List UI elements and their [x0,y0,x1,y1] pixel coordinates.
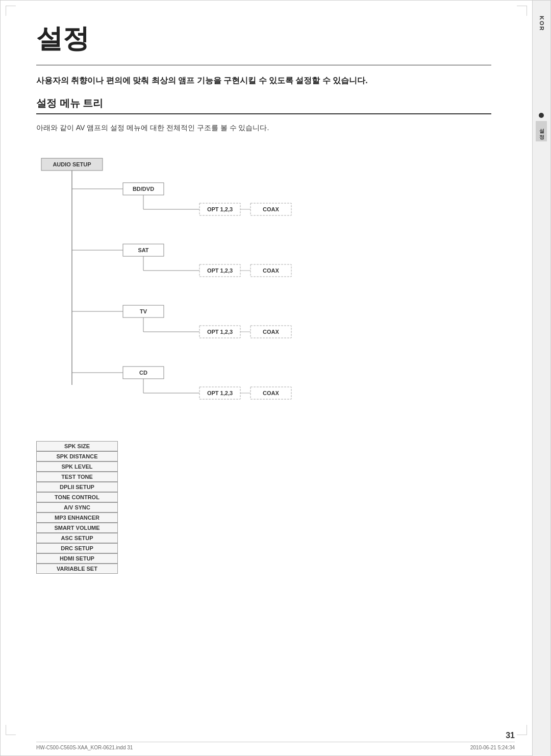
bdvd-label: BD/DVD [133,186,154,192]
description: 아래와 같이 AV 앰프의 설정 메뉴에 대한 전체적인 구조를 볼 수 있습니… [36,124,491,133]
section-heading: 설정 메뉴 트리 [36,96,491,114]
menu-item-hdmi-setup: HDMI SETUP [36,553,118,564]
audio-setup-label: AUDIO SETUP [53,161,91,167]
tree-svg: AUDIO SETUP BD/DVD OPT 1,2,3 [36,148,353,429]
menu-item-mp3-enhancer: MP3 ENHANCER [36,513,118,523]
menu-item-smart-volume: SMART VOLUME [36,523,118,533]
settings-tab: 설정 [532,113,550,141]
footer: HW-C500-C560S-XAA_KOR-0621.indd 31 2010-… [36,742,515,750]
menu-item-dplii-setup: DPLII SETUP [36,482,118,492]
page-container: KOR 설정 설정 사용자의 취향이나 편의에 맞춰 최상의 앰프 기능을 구현… [0,0,551,756]
main-content: 설정 사용자의 취향이나 편의에 맞춰 최상의 앰프 기능을 구현시킬 수 있도… [1,1,532,604]
footer-left: HW-C500-C560S-XAA_KOR-0621.indd 31 [36,745,133,750]
tv-coax-label: COAX [263,329,279,335]
sat-coax-label: COAX [263,267,279,274]
settings-vertical-label: 설정 [536,121,547,141]
menu-item-spk-level: SPK LEVEL [36,461,118,472]
cd-opt-label: OPT 1,2,3 [207,390,233,396]
page-subtitle: 사용자의 취향이나 편의에 맞춰 최상의 앰프 기능을 구현시킬 수 있도록 설… [36,76,491,86]
corner-tr [517,6,527,16]
cd-coax-label: COAX [263,390,279,396]
tv-opt-label: OPT 1,2,3 [207,329,233,335]
page-title: 설정 [36,21,491,65]
menu-item-asc-setup: ASC SETUP [36,533,118,543]
bdvd-opt-label: OPT 1,2,3 [207,206,233,212]
corner-bl [6,725,16,735]
settings-dot [539,113,544,118]
corner-tl [6,6,16,16]
menu-item-a/v-sync: A/V SYNC [36,502,118,513]
menu-item-drc-setup: DRC SETUP [36,543,118,553]
corner-br [517,725,527,735]
language-label: KOR [539,16,545,31]
cd-label: CD [139,370,147,376]
page-number: 31 [506,731,515,740]
menu-tree-diagram: AUDIO SETUP BD/DVD OPT 1,2,3 [36,148,491,431]
menu-item-tone-control: TONE CONTROL [36,492,118,502]
footer-right: 2010-06-21 5:24:34 [470,745,515,750]
bottom-menu: SPK SIZESPK DISTANCESPK LEVELTEST TONEDP… [36,441,491,574]
menu-item-variable-set: VARIABLE SET [36,564,118,574]
menu-item-spk-distance: SPK DISTANCE [36,451,118,461]
vline-clip [36,385,138,429]
bdvd-coax-label: COAX [263,206,279,212]
sat-label: SAT [138,247,148,253]
tv-label: TV [140,308,147,314]
menu-item-spk-size: SPK SIZE [36,441,118,451]
right-tab: KOR 설정 [532,1,550,756]
sat-opt-label: OPT 1,2,3 [207,267,233,274]
menu-item-test-tone: TEST TONE [36,472,118,482]
